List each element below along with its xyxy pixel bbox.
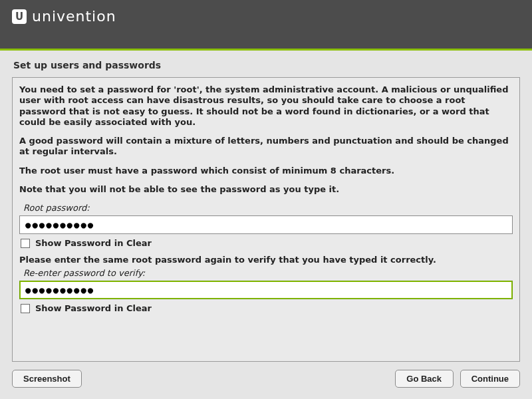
page-title: Set up users and passwords [12,59,520,77]
show-clear-label-2: Show Password in Clear [35,303,152,313]
footer: Screenshot Go Back Continue [0,362,532,388]
verify-prompt: Please enter the same root password agai… [19,255,513,265]
show-clear-checkbox-1[interactable] [21,239,30,248]
instruction-p4: Note that you will not be able to see th… [19,184,513,195]
main-panel: You need to set a password for 'root', t… [12,77,520,362]
footer-right: Go Back Continue [395,370,520,388]
content: Set up users and passwords You need to s… [0,51,532,362]
header: U univention [0,0,532,51]
screenshot-button[interactable]: Screenshot [12,370,82,388]
show-clear-checkbox-2[interactable] [21,304,30,313]
show-clear-row-1[interactable]: Show Password in Clear [21,238,513,248]
brand-logo-icon: U [12,9,27,24]
brand: U univention [12,8,116,25]
root-password-input[interactable] [19,215,513,234]
root-password-label: Root password: [23,203,513,213]
instruction-p2: A good password will contain a mixture o… [19,136,513,158]
go-back-button[interactable]: Go Back [395,370,454,388]
instruction-p3: The root user must have a password which… [19,166,513,176]
brand-name: univention [32,8,116,25]
show-clear-row-2[interactable]: Show Password in Clear [21,303,513,313]
show-clear-label-1: Show Password in Clear [35,238,152,248]
continue-button[interactable]: Continue [460,370,520,388]
verify-password-input[interactable] [19,281,513,299]
verify-password-label: Re-enter password to verify: [23,268,513,278]
instruction-p1: You need to set a password for 'root', t… [19,84,513,128]
